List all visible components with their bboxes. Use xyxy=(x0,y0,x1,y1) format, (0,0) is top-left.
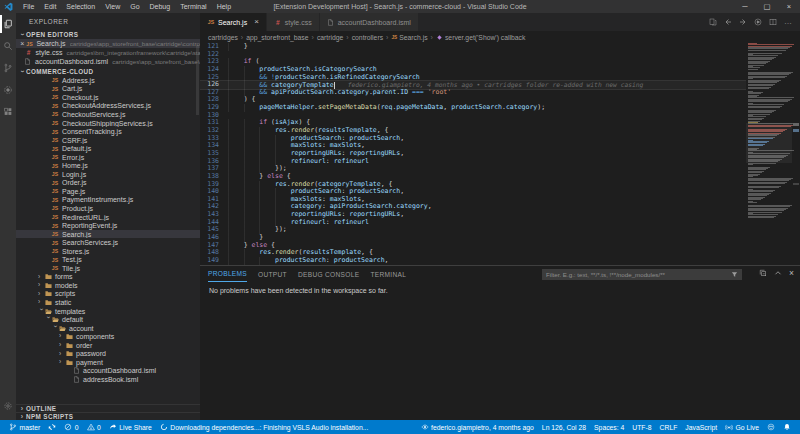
overview-ruler[interactable] xyxy=(792,43,800,265)
status-ln-126[interactable]: Ln 126, Col 28 xyxy=(538,424,590,431)
problems-filter-input[interactable] xyxy=(542,269,742,280)
sidebar-scrollbar[interactable] xyxy=(196,45,199,115)
tree-item-order[interactable]: ›order xyxy=(16,341,200,350)
activity-explorer-icon[interactable] xyxy=(0,13,16,35)
workspace-root-header[interactable]: › COMMERCE-CLOUD xyxy=(16,66,200,76)
menu-help[interactable]: Help xyxy=(212,0,236,13)
activity-search-icon[interactable] xyxy=(0,35,16,57)
panel-tab-terminal[interactable]: TERMINAL xyxy=(370,267,406,282)
open-editor-style.css[interactable]: #style.csscartridges\bm_integrationframe… xyxy=(16,48,200,57)
status-master[interactable]: master xyxy=(5,423,44,431)
status-javascript[interactable]: JavaScript xyxy=(681,424,721,431)
code-line-147[interactable]: 147} else { xyxy=(200,242,746,250)
code-line-125[interactable]: 125&& !productSearch.isRefinedCategorySe… xyxy=(200,74,746,82)
code-line-130[interactable]: 130 xyxy=(200,112,746,120)
tree-item-addressBook.isml[interactable]: addressBook.isml xyxy=(16,375,200,384)
status-live-share[interactable]: Live Share xyxy=(105,423,156,431)
tree-item-CheckoutAddressServices.js[interactable]: JSCheckoutAddressServices.js xyxy=(16,102,200,111)
code-line-137[interactable]: 137}); xyxy=(200,165,746,173)
open-editor-accountDashboard.isml[interactable]: accountDashboard.ismlcartridges\app_stor… xyxy=(16,57,200,66)
tree-item-Search.js[interactable]: JSSearch.js xyxy=(16,230,200,239)
tree-item-accountDashboard.isml[interactable]: accountDashboard.isml xyxy=(16,367,200,376)
tree-item-static[interactable]: ›static xyxy=(16,298,200,307)
tree-item-payment[interactable]: ›payment xyxy=(16,358,200,367)
code-line-121[interactable]: 121} xyxy=(200,43,746,51)
code-line-127[interactable]: 127&& apiProductSearch.category.parent.I… xyxy=(200,89,746,97)
code-line-145[interactable]: 145}); xyxy=(200,226,746,234)
more-actions-icon[interactable]: … xyxy=(784,20,792,24)
code-line-126[interactable]: 126&& categoryTemplatefederico.giampietr… xyxy=(200,81,746,89)
maximize-panel-icon[interactable] xyxy=(774,269,782,277)
code-line-122[interactable]: 122 xyxy=(200,51,746,59)
code-line-136[interactable]: 136refineurl: refineurl xyxy=(200,158,746,166)
menu-selection[interactable]: Selection xyxy=(61,0,100,13)
code-line-139[interactable]: 139res.render(categoryTemplate, { xyxy=(200,181,746,189)
tab-style.css[interactable]: #style.css xyxy=(267,13,320,31)
breadcrumb-item[interactable]: cartridges xyxy=(208,34,238,41)
navigate-back-icon[interactable] xyxy=(724,18,732,26)
tree-item-Test.js[interactable]: JSTest.js xyxy=(16,255,200,264)
menu-terminal[interactable]: Terminal xyxy=(175,0,211,13)
status-downloading-dependencies-finishing-vsls-audio-installation[interactable]: Downloading dependencies...: Finishing V… xyxy=(156,423,373,431)
status-go-live[interactable]: Go Live xyxy=(721,423,763,431)
tree-item-Error.js[interactable]: JSError.js xyxy=(16,153,200,162)
panel-tab-problems[interactable]: PROBLEMS xyxy=(208,266,247,282)
open-editors-header[interactable]: › OPEN EDITORS xyxy=(16,29,200,39)
panel-tab-output[interactable]: OUTPUT xyxy=(258,267,287,282)
status-spaces-4[interactable]: Spaces: 4 xyxy=(590,424,628,431)
tree-item-password[interactable]: ›password xyxy=(16,350,200,359)
code-line-148[interactable]: 148res.render(resultsTemplate, { xyxy=(200,249,746,257)
status-smiley[interactable] xyxy=(763,423,779,431)
close-button[interactable]: × xyxy=(778,0,800,13)
code-line-144[interactable]: 144refineurl: refineurl xyxy=(200,219,746,227)
code-line-131[interactable]: 131if (isAjax) { xyxy=(200,119,746,127)
split-editor-icon[interactable] xyxy=(769,18,777,26)
breadcrumb-item[interactable]: cartridge xyxy=(317,34,343,41)
code-line-140[interactable]: 140productSearch: productSearch, xyxy=(200,188,746,196)
tree-item-PaymentInstruments.js[interactable]: JSPaymentInstruments.js xyxy=(16,196,200,205)
tree-item-SearchServices.js[interactable]: JSSearchServices.js xyxy=(16,238,200,247)
breadcrumb-item[interactable]: app_storefront_base xyxy=(246,34,308,41)
tree-item-CheckoutServices.js[interactable]: JSCheckoutServices.js xyxy=(16,110,200,119)
breadcrumb-item[interactable]: server.get('Show') callback xyxy=(436,34,525,41)
code-line-143[interactable]: 143reportingURLs: reportingURLs, xyxy=(200,211,746,219)
code-line-141[interactable]: 141maxSlots: maxSlots, xyxy=(200,196,746,204)
minimap[interactable] xyxy=(746,43,792,265)
tree-item-forms[interactable]: ›forms xyxy=(16,273,200,282)
open-editor-Search.js[interactable]: ×JSSearch.jscartridges\app_storefront_ba… xyxy=(16,39,200,48)
section-npm-scripts[interactable]: ›NPM SCRIPTS xyxy=(16,412,200,420)
code-line-135[interactable]: 135reportingURLs: reportingURLs, xyxy=(200,150,746,158)
breadcrumb-item[interactable]: controllers xyxy=(352,34,383,41)
menu-view[interactable]: View xyxy=(100,0,125,13)
code-line-123[interactable]: 123if ( xyxy=(200,58,746,66)
status-0[interactable]: 0 xyxy=(83,423,105,431)
activity-manage-icon[interactable] xyxy=(0,395,16,417)
tree-item-CheckoutShippingServices.js[interactable]: JSCheckoutShippingServices.js xyxy=(16,119,200,128)
activity-extensions-icon[interactable] xyxy=(0,101,16,123)
menu-edit[interactable]: Edit xyxy=(39,0,61,13)
minimize-button[interactable]: ─ xyxy=(734,0,756,13)
status-federico-giampietro[interactable]: federico.giampietro, 4 months ago xyxy=(417,423,538,431)
maximize-button[interactable]: ▢ xyxy=(756,0,778,13)
tree-item-RedirectURL.js[interactable]: JSRedirectURL.js xyxy=(16,213,200,222)
tab-accountDashboard.isml[interactable]: accountDashboard.isml xyxy=(320,13,419,31)
tree-item-Cart.js[interactable]: JSCart.js xyxy=(16,85,200,94)
tree-item-Product.js[interactable]: JSProduct.js xyxy=(16,204,200,213)
tree-item-Default.js[interactable]: JSDefault.js xyxy=(16,144,200,153)
menu-debug[interactable]: Debug xyxy=(145,0,176,13)
tab-Search.js[interactable]: JSSearch.js× xyxy=(200,13,267,31)
tree-item-Checkout.js[interactable]: JSCheckout.js xyxy=(16,93,200,102)
tree-item-Stores.js[interactable]: JSStores.js xyxy=(16,247,200,256)
tree-item-components[interactable]: ›components xyxy=(16,332,200,341)
tree-item-Address.js[interactable]: JSAddress.js xyxy=(16,76,200,85)
tree-item-ReportingEvent.js[interactable]: JSReportingEvent.js xyxy=(16,221,200,230)
tree-item-scripts[interactable]: ›scripts xyxy=(16,290,200,299)
tree-item-templates[interactable]: ›templates xyxy=(16,307,200,316)
tree-item-Order.js[interactable]: JSOrder.js xyxy=(16,179,200,188)
run-icon[interactable] xyxy=(754,18,762,26)
status-bell[interactable] xyxy=(779,423,795,431)
tree-item-CSRF.js[interactable]: JSCSRF.js xyxy=(16,136,200,145)
code-line-134[interactable]: 134maxSlots: maxSlots, xyxy=(200,142,746,150)
minimap-slider[interactable] xyxy=(746,123,792,163)
close-tab-icon[interactable]: × xyxy=(254,18,259,26)
